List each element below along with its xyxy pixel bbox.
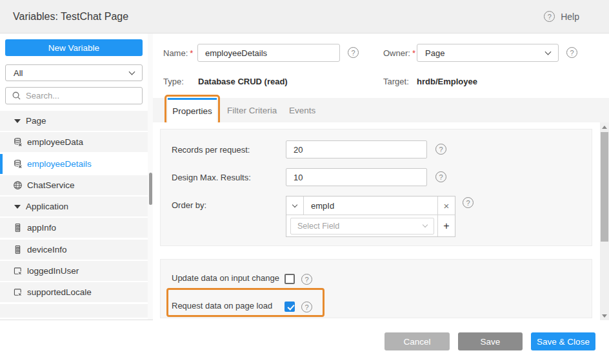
device-icon: [13, 245, 23, 254]
name-help-icon[interactable]: ?: [348, 47, 359, 58]
order-by-field[interactable]: empId: [304, 201, 437, 211]
device-icon: [13, 223, 23, 233]
tree-item-label: ChatService: [27, 180, 75, 190]
dialog-header: Variables: TestChat Page ? Help: [0, 0, 609, 34]
sidebar-scrollbar[interactable]: [148, 34, 153, 320]
filter-value: All: [14, 68, 23, 78]
add-order-field-button[interactable]: +: [437, 215, 455, 236]
cancel-button[interactable]: Cancel: [384, 332, 450, 350]
type-value: Database CRUD (read): [198, 77, 288, 86]
chevron-down-icon: [292, 202, 297, 207]
select-field-placeholder: Select Field: [297, 222, 339, 231]
scroll-up-arrow[interactable]: [600, 123, 609, 131]
required-marker: *: [412, 48, 415, 58]
type-label: Type:: [163, 77, 184, 86]
tree-item-appinfo[interactable]: appInfo: [0, 218, 148, 238]
select-field-dropdown[interactable]: Select Field: [290, 218, 434, 235]
collapse-triangle-icon[interactable]: [14, 119, 21, 123]
records-per-request-label: Records per request:: [172, 145, 250, 155]
tree-item-label: supportedLocale: [27, 287, 92, 297]
variable-filter-select[interactable]: All: [5, 64, 143, 81]
search-box[interactable]: [5, 87, 143, 104]
target-value: hrdb/Employee: [417, 77, 477, 86]
tab-bar: Properties Filter Criteria Events: [153, 98, 609, 122]
order-by-row: empId ×: [286, 196, 455, 215]
variable-icon: [13, 266, 23, 276]
records-per-request-input[interactable]: [286, 140, 427, 158]
tree-item-loggedinuser[interactable]: loggedInUser: [0, 261, 148, 281]
new-variable-button[interactable]: New Variable: [5, 39, 143, 56]
order-by-control: empId × Select Field +: [286, 196, 455, 237]
tree-group-label: Application: [26, 202, 68, 211]
dialog-footer: Cancel Save Save & Close: [153, 320, 609, 364]
chevron-down-icon: [129, 68, 135, 75]
target-label: Target:: [383, 77, 409, 86]
database-icon: [13, 159, 23, 169]
tree-item-supportedlocale[interactable]: supportedLocale: [0, 282, 148, 302]
help-label: Help: [561, 12, 579, 22]
content-scrollbar[interactable]: [600, 122, 609, 320]
tab-filter-criteria[interactable]: Filter Criteria: [227, 98, 277, 122]
update-on-input-help-icon[interactable]: ?: [301, 274, 312, 285]
tree-item-label: employeeData: [27, 137, 83, 147]
sidebar: New Variable All Page employeeData emplo…: [0, 34, 148, 319]
chevron-down-icon: [423, 222, 428, 227]
tree-group-application[interactable]: Application: [0, 196, 148, 216]
owner-value: Page: [425, 48, 444, 58]
update-on-input-label: Update data on input change: [172, 273, 279, 283]
tab-events[interactable]: Events: [289, 98, 315, 122]
owner-label: Owner:*: [383, 48, 415, 58]
properties-content: Records per request: ? Design Max. Resul…: [153, 122, 609, 320]
save-button[interactable]: Save: [458, 332, 523, 350]
order-direction-toggle[interactable]: [286, 196, 304, 215]
tree-group-page[interactable]: Page: [0, 111, 148, 131]
request-settings-panel: Records per request: ? Design Max. Resul…: [160, 129, 592, 246]
update-on-input-checkbox[interactable]: [285, 274, 295, 284]
order-by-label: Order by:: [172, 200, 206, 210]
records-help-icon[interactable]: ?: [435, 144, 446, 155]
tree-item-label: deviceInfo: [27, 245, 67, 254]
tree-item-label: employeeDetails: [27, 159, 92, 169]
highlight-box-request-on-load: [166, 288, 324, 317]
design-max-help-icon[interactable]: ?: [435, 171, 446, 182]
variable-icon: [13, 287, 23, 297]
chevron-down-icon: [545, 48, 552, 55]
owner-help-icon[interactable]: ?: [566, 47, 577, 58]
main-panel: Name:* ? Owner:* Page ? Type: Database C…: [153, 34, 609, 364]
tree-item-deviceinfo[interactable]: deviceInfo: [0, 240, 148, 260]
name-label: Name:*: [163, 48, 193, 58]
tree-item-label: loggedInUser: [27, 266, 79, 276]
help-icon: ?: [544, 11, 555, 22]
database-icon: [13, 137, 23, 147]
add-order-field-row: Select Field +: [286, 215, 455, 236]
tree-item-label: appInfo: [27, 223, 56, 233]
design-max-results-label: Design Max. Results:: [172, 173, 251, 182]
collapse-triangle-icon[interactable]: [14, 205, 21, 209]
design-max-results-input[interactable]: [286, 168, 427, 186]
page-title: Variables: TestChat Page: [13, 11, 128, 23]
tree-group-label: Page: [26, 116, 46, 126]
tree-item-chatservice[interactable]: ChatService: [0, 175, 148, 195]
variable-tree: Page employeeData employeeDetails ChatSe…: [0, 111, 148, 319]
globe-icon: [13, 180, 23, 190]
remove-order-field-button[interactable]: ×: [437, 196, 455, 215]
tree-row-partial: [0, 304, 148, 318]
search-icon: [12, 91, 21, 101]
owner-select[interactable]: Page: [417, 44, 559, 62]
tree-item-employeedata[interactable]: employeeData: [0, 132, 148, 152]
order-by-help-icon[interactable]: ?: [463, 197, 474, 208]
highlight-box-properties-tab: [165, 95, 220, 125]
sidebar-scrollbar-thumb[interactable]: [149, 173, 152, 205]
help-button[interactable]: ? Help: [544, 11, 579, 22]
content-scrollbar-thumb[interactable]: [601, 132, 608, 242]
tree-item-employeedetails[interactable]: employeeDetails: [0, 154, 148, 174]
scroll-down-arrow[interactable]: [600, 312, 609, 320]
required-marker: *: [190, 48, 193, 58]
save-close-button[interactable]: Save & Close: [531, 332, 595, 350]
name-input[interactable]: [197, 44, 340, 62]
search-input[interactable]: [26, 91, 123, 101]
